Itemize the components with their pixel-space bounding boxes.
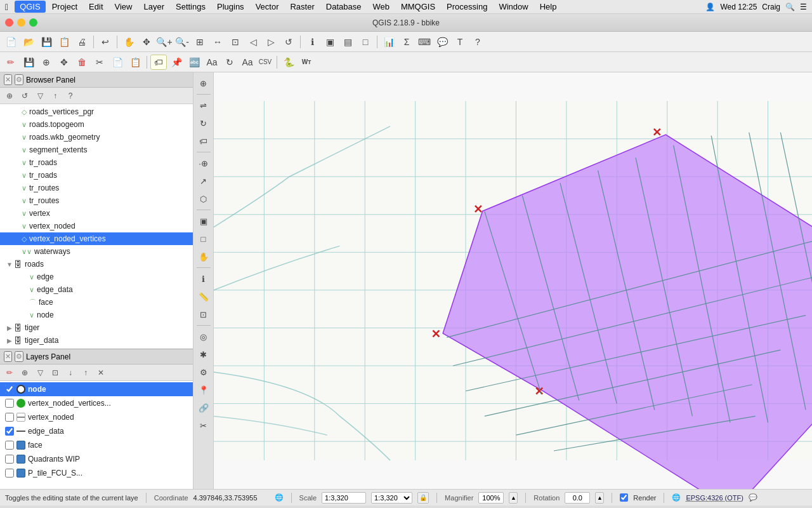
node-tool-button[interactable]: ✱: [195, 346, 212, 363]
browser-item-roads-wkb[interactable]: ∨ roads.wkb_geometry: [0, 131, 193, 144]
browser-filter-button[interactable]: ▽: [33, 90, 47, 102]
layer-item-vertex-noded-vertices[interactable]: vertex_noded_vertices...: [0, 396, 193, 410]
close-button[interactable]: [5, 18, 13, 27]
settings-tool-button[interactable]: ⚙: [195, 364, 212, 380]
browser-item-edge[interactable]: ∨ edge: [8, 271, 193, 283]
zoom-selection-button[interactable]: ⊡: [227, 34, 244, 50]
calculator-button[interactable]: ⌨: [416, 34, 433, 50]
copy-button[interactable]: 📄: [109, 55, 126, 70]
browser-item-segment-extents[interactable]: ∨ segment_extents: [0, 144, 193, 156]
rotation-input[interactable]: [565, 492, 590, 504]
save-as-button[interactable]: 📋: [56, 34, 72, 50]
menu-vector[interactable]: Vector: [251, 1, 284, 13]
browser-refresh-button[interactable]: ↺: [18, 90, 32, 102]
maximize-button[interactable]: [29, 18, 37, 27]
vertex-editor-button[interactable]: ◎: [195, 328, 212, 345]
browser-panel-settings[interactable]: ⚙: [15, 74, 23, 85]
zoom-full-button[interactable]: ⊞: [192, 34, 208, 50]
layer-ptile-checkbox[interactable]: [5, 469, 14, 478]
annotation-button[interactable]: 💬: [434, 34, 450, 50]
browser-item-tr-roads-1[interactable]: ∨ tr_roads: [0, 156, 193, 169]
open-project-button[interactable]: 📂: [20, 34, 37, 50]
menu-web[interactable]: Web: [367, 1, 395, 13]
measure-area-button[interactable]: ⊡: [195, 306, 212, 323]
render-checkbox[interactable]: [620, 493, 628, 502]
browser-group-roads[interactable]: ▼ 🗄 roads: [0, 258, 193, 271]
digitize-point-button[interactable]: ·⊕: [195, 155, 212, 171]
toggle-editing-button[interactable]: ✏: [3, 55, 19, 70]
zoom-next-button[interactable]: ▷: [263, 34, 279, 50]
layer-item-node[interactable]: node: [0, 382, 193, 396]
save-edits-button[interactable]: 💾: [20, 55, 37, 70]
layers-edit-button[interactable]: ✏: [3, 366, 16, 379]
lock-scale-button[interactable]: 🔒: [417, 492, 429, 504]
scissors-tool-button[interactable]: ✂: [195, 417, 212, 434]
browser-item-vertex-noded[interactable]: ∨ vertex_noded: [0, 220, 193, 232]
magnifier-input[interactable]: [478, 492, 504, 504]
rotation-spin-button[interactable]: ▲: [595, 492, 604, 504]
measure-line-button[interactable]: 📏: [195, 288, 212, 305]
open-attribute-table-button[interactable]: 📊: [381, 34, 397, 50]
menu-edit[interactable]: Edit: [84, 1, 108, 13]
layer-face-checkbox[interactable]: [5, 441, 14, 450]
menu-help[interactable]: Help: [535, 1, 562, 13]
browser-item-vertex[interactable]: ∨ vertex: [0, 207, 193, 220]
menu-settings[interactable]: Settings: [171, 1, 211, 13]
menu-layer[interactable]: Layer: [138, 1, 169, 13]
browser-item-vertex-noded-vertices[interactable]: ◇ vertex_noded_vertices: [0, 232, 193, 245]
zoom-in-button[interactable]: 🔍+: [156, 34, 173, 50]
identify-button[interactable]: ℹ: [304, 34, 320, 50]
layers-expand-button[interactable]: ↓: [63, 366, 77, 379]
move-feature-button[interactable]: ✥: [56, 55, 72, 70]
label-move-button[interactable]: Aa: [204, 55, 220, 70]
browser-item-roads-topogeom[interactable]: ∨ roads.topogeom: [0, 118, 193, 131]
epsg-label[interactable]: EPSG:4326 (OTF): [686, 494, 743, 502]
help-button[interactable]: ?: [469, 34, 486, 50]
zoom-layer-button[interactable]: ↔: [209, 34, 226, 50]
pan-map-tool[interactable]: ✋: [195, 248, 212, 265]
cut-button[interactable]: ✂: [91, 55, 108, 70]
menu-project[interactable]: Project: [47, 1, 82, 13]
refresh-button[interactable]: ↺: [280, 34, 297, 50]
message-icon[interactable]: 💬: [749, 493, 757, 502]
zoom-out-button[interactable]: 🔍-: [174, 34, 190, 50]
coord-globe-icon[interactable]: 🌐: [275, 493, 284, 502]
wt-button[interactable]: WT: [298, 55, 315, 70]
map-canvas[interactable]: [214, 72, 812, 489]
deselect-button[interactable]: □: [357, 34, 374, 50]
touch-zoom-button[interactable]: ⊕: [195, 75, 212, 91]
browser-group-tiger[interactable]: ▶ 🗄 tiger: [0, 321, 193, 334]
label-rotate-button[interactable]: ↻: [221, 55, 238, 70]
move-label-button[interactable]: ⇌: [195, 97, 212, 114]
scale-select[interactable]: 1:3,320 1:5,000 1:10,000: [371, 492, 412, 504]
layers-collapse-button[interactable]: ↑: [79, 366, 93, 379]
zoom-last-button[interactable]: ◁: [245, 34, 261, 50]
minimize-button[interactable]: [17, 18, 25, 27]
python-console-button[interactable]: 🐍: [280, 55, 297, 70]
browser-item-tr-roads-2[interactable]: ∨ tr_roads: [0, 169, 193, 182]
browser-item-edge-data[interactable]: ∨ edge_data: [8, 283, 193, 296]
pan-map-button[interactable]: ✥: [138, 34, 155, 50]
browser-help-button[interactable]: ?: [63, 90, 77, 102]
layer-node-checkbox[interactable]: [5, 385, 14, 394]
layer-vnv-checkbox[interactable]: [5, 399, 14, 408]
save-project-button[interactable]: 💾: [38, 34, 55, 50]
deselect-all-button[interactable]: □: [195, 231, 212, 247]
menu-raster[interactable]: Raster: [285, 1, 319, 13]
browser-add-layer-button[interactable]: ⊕: [3, 90, 16, 102]
digitize-polygon-button[interactable]: ⬡: [195, 190, 212, 207]
select-button[interactable]: ▣: [322, 34, 338, 50]
label-pin-button[interactable]: 📌: [168, 55, 185, 70]
layers-remove-button[interactable]: ✕: [94, 366, 108, 379]
layer-quad-checkbox[interactable]: [5, 455, 14, 464]
layers-panel-settings[interactable]: ⚙: [15, 351, 23, 362]
apple-menu[interactable]: : [5, 2, 8, 12]
pan-button[interactable]: ✋: [121, 34, 137, 50]
layer-item-quadrants[interactable]: Quadrants WIP: [0, 452, 193, 466]
label-change-button[interactable]: Aa: [239, 55, 256, 70]
layer-item-ptile[interactable]: P_tile_FCU_S...: [0, 466, 193, 480]
menu-processing[interactable]: Processing: [442, 1, 492, 13]
select-features-button[interactable]: ▤: [339, 34, 356, 50]
browser-item-waterways[interactable]: ∨∨ waterways: [0, 245, 193, 258]
print-button[interactable]: 🖨: [74, 34, 90, 50]
